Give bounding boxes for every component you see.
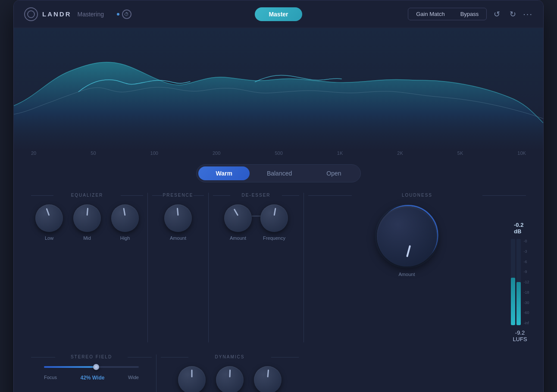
knob-high[interactable] — [111, 204, 139, 232]
knob-mid[interactable] — [73, 204, 101, 232]
meter-label-3: -3 — [524, 249, 529, 254]
undo-button[interactable]: ↺ — [491, 8, 503, 21]
knob-item-compression: Compression — [178, 366, 206, 392]
divider-2 — [208, 193, 209, 342]
logo-text: LANDR — [42, 10, 72, 18]
loudness-big-knob[interactable] — [377, 206, 437, 267]
controls-area: Warm Balanced Open EQUALIZER Low Mid — [14, 164, 543, 392]
redo-button[interactable]: ↻ — [507, 8, 519, 21]
freq-label-50: 50 — [91, 151, 96, 156]
de-esser-knobs: Amount Frequency — [213, 204, 299, 241]
focus-label: Focus — [44, 375, 57, 381]
meter-label-0: -0 — [524, 239, 529, 243]
dynamics-label: DYNAMICS — [161, 354, 299, 359]
header-right: Gain Match Bypass ↺ ↻ ··· — [363, 8, 533, 21]
master-button[interactable]: Master — [255, 7, 302, 21]
freq-label-200: 200 — [213, 151, 220, 156]
knob-item-character: Character — [216, 366, 244, 392]
slider-row — [44, 366, 139, 368]
slider-fill — [44, 366, 96, 368]
loudness-knob-area: Amount — [308, 204, 505, 277]
stereo-slider[interactable] — [44, 366, 139, 368]
knob-de-esser-amount[interactable] — [224, 204, 252, 232]
presence-label: PRESENCE — [152, 193, 204, 198]
freq-label-100: 100 — [150, 151, 158, 156]
knob-compression[interactable] — [178, 366, 206, 392]
stereo-field-section: STEREO FIELD Focus 42% Wide Wide — [31, 354, 152, 381]
divider-3 — [304, 193, 304, 342]
top-sections-row: EQUALIZER Low Mid High — [31, 193, 526, 342]
meter-label-inf: -inf — [524, 321, 529, 325]
level-meter: -0.2 dB -0 -3 -6 — [514, 222, 526, 342]
meter-label-12: -12 — [524, 280, 529, 284]
knob-label-high: High — [120, 235, 130, 241]
equalizer-section: EQUALIZER Low Mid High — [31, 193, 143, 241]
meter-container: -0 -3 -6 -9 -12 -18 -30 -60 -inf — [511, 239, 529, 325]
knob-label-presence-amount: Amount — [170, 235, 186, 241]
divider-1 — [147, 193, 148, 342]
dynamics-section: DYNAMICS Compression Character Saturatio… — [161, 354, 299, 392]
knob-character[interactable] — [216, 366, 244, 392]
knob-label-de-esser-frequency: Frequency — [263, 235, 285, 241]
loudness-section: LOUDNESS Amount — [308, 193, 526, 342]
equalizer-knobs: Low Mid High — [31, 204, 143, 241]
knob-low[interactable] — [35, 204, 63, 232]
tab-warm[interactable]: Warm — [198, 166, 249, 180]
meter-label-30: -30 — [524, 301, 529, 305]
dynamics-knobs: Compression Character Saturation — [161, 366, 299, 392]
presence-knobs: Amount — [152, 204, 204, 241]
meter-label-9: -9 — [524, 270, 529, 274]
slider-labels: Focus 42% Wide Wide — [44, 375, 139, 381]
meter-labels: -0 -3 -6 -9 -12 -18 -30 -60 -inf — [524, 239, 529, 325]
knob-item-high: High — [111, 204, 139, 241]
wide-label: Wide — [128, 375, 139, 381]
stereo-value: 42% Wide — [80, 375, 104, 381]
meter-fill-left — [511, 278, 515, 325]
presence-section: PRESENCE Amount — [152, 193, 204, 241]
freq-label-500: 500 — [275, 151, 282, 156]
meter-label-6: -6 — [524, 260, 529, 264]
stereo-inner: Focus 42% Wide Wide — [31, 366, 152, 381]
tab-balanced[interactable]: Balanced — [250, 166, 309, 180]
knob-label-de-esser-amount: Amount — [230, 235, 246, 241]
freq-labels: 20 50 100 200 500 1K 2K 5K 10K — [14, 149, 543, 157]
knob-item-mid: Mid — [73, 204, 101, 241]
knob-item-presence: Amount — [164, 204, 192, 241]
knob-item-de-esser-freq: Frequency — [260, 204, 288, 241]
loudness-inner: Amount -0.2 dB -0 — [308, 204, 526, 342]
divider-4 — [156, 354, 156, 392]
logo-area: LANDR Mastering ⏱ — [24, 7, 194, 21]
freq-label-2k: 2K — [397, 151, 403, 156]
equalizer-label: EQUALIZER — [31, 193, 143, 198]
db-value: -0.2 dB — [514, 222, 526, 235]
knob-item-low: Low — [35, 204, 63, 241]
logo-icon — [24, 7, 38, 21]
knob-item-saturation: Saturation — [254, 366, 282, 392]
freq-label-10k: 10K — [517, 151, 526, 156]
knob-label-low: Low — [45, 235, 53, 241]
knob-indicator — [406, 245, 411, 257]
de-esser-label: DE-ESSER — [213, 193, 299, 198]
meter-fill-right — [516, 282, 521, 325]
loudness-label: LOUDNESS — [308, 193, 526, 198]
knob-item-de-esser-amount: Amount — [224, 204, 252, 241]
timer-icon[interactable]: ⏱ — [122, 9, 131, 19]
knob-de-esser-frequency[interactable] — [260, 204, 288, 232]
knob-presence-amount[interactable] — [164, 204, 192, 232]
tab-open[interactable]: Open — [309, 166, 358, 180]
gain-match-button[interactable]: Gain Match — [408, 8, 452, 20]
more-options-button[interactable]: ··· — [523, 9, 533, 19]
timer-dot — [117, 13, 119, 16]
header-button-group: Gain Match Bypass — [408, 8, 487, 20]
knob-saturation[interactable] — [254, 366, 282, 392]
knob-label-mid: Mid — [83, 235, 91, 241]
slider-thumb[interactable] — [93, 364, 99, 370]
de-esser-section: DE-ESSER Amount Frequency — [213, 193, 299, 241]
bypass-button[interactable]: Bypass — [453, 8, 487, 20]
logo-subtitle: Mastering — [78, 11, 104, 18]
style-tabs: Warm Balanced Open — [31, 164, 526, 182]
meter-label-18: -18 — [524, 290, 529, 295]
loudness-amount-label: Amount — [399, 272, 415, 277]
meter-bar-left — [511, 239, 515, 325]
freq-label-5k: 5K — [457, 151, 463, 156]
